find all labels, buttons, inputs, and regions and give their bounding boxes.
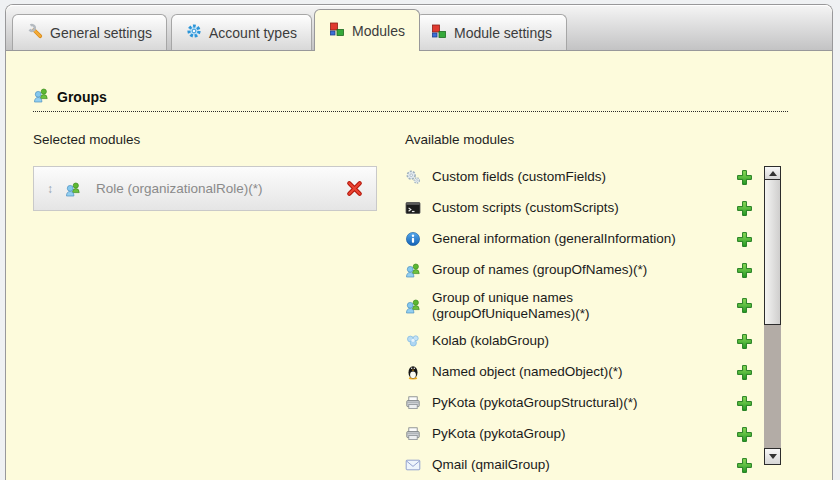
group-icon	[405, 298, 421, 314]
add-module-button[interactable]	[736, 200, 753, 217]
terminal-icon	[405, 200, 421, 216]
module-label: Custom fields (customFields)	[432, 169, 606, 185]
scrollbar-up-button[interactable]	[764, 166, 781, 180]
arrow-up-icon	[769, 171, 777, 176]
plus-icon	[736, 333, 753, 350]
module-row: Group of unique names (groupOfUniqueName…	[405, 290, 753, 321]
tab-label: General settings	[50, 25, 152, 41]
plus-icon	[736, 262, 753, 279]
add-module-button[interactable]	[736, 297, 753, 314]
add-module-button[interactable]	[736, 395, 753, 412]
module-row: Group of names (groupOfNames)(*)	[405, 259, 753, 281]
settings-panel: General settings Account types Modules	[5, 4, 833, 480]
tab-content: Groups Selected modules ↕ Role	[6, 87, 832, 476]
module-row: Custom scripts (customScripts)	[405, 197, 753, 219]
module-label: PyKota (pykotaGroup)	[432, 426, 566, 442]
add-module-button[interactable]	[736, 231, 753, 248]
modules-icon	[329, 21, 345, 40]
tab-label: Module settings	[454, 25, 552, 41]
selected-modules-header: Selected modules	[33, 132, 377, 147]
available-modules-list: Custom fields (customFields)	[405, 166, 753, 476]
tab-label: Modules	[352, 23, 405, 39]
tab-label: Account types	[209, 25, 297, 41]
module-label: Group of names (groupOfNames)(*)	[432, 262, 647, 278]
gear-icon	[186, 23, 202, 42]
available-modules-header: Available modules	[405, 132, 781, 147]
tab-account-types[interactable]: Account types	[171, 14, 312, 50]
add-module-button[interactable]	[736, 262, 753, 279]
plus-icon	[736, 169, 753, 186]
wrench-icon	[27, 23, 43, 42]
tab-bar: General settings Account types Modules	[6, 5, 832, 51]
plus-icon	[736, 364, 753, 381]
module-label: Named object (namedObject)(*)	[432, 364, 623, 380]
add-module-button[interactable]	[736, 426, 753, 443]
module-row: Kolab (kolabGroup)	[405, 330, 753, 352]
delete-icon	[346, 180, 363, 197]
module-label: Kolab (kolabGroup)	[432, 333, 549, 349]
remove-module-button[interactable]	[346, 180, 363, 197]
plus-icon	[736, 200, 753, 217]
module-label: Group of unique names (groupOfUniqueName…	[432, 290, 607, 321]
printer-icon	[405, 395, 421, 411]
plus-icon	[736, 395, 753, 412]
module-row: General information (generalInformation)	[405, 228, 753, 250]
scrollbar-thumb[interactable]	[764, 180, 781, 325]
kolab-icon	[405, 333, 421, 349]
modules-icon	[431, 23, 447, 42]
add-module-button[interactable]	[736, 333, 753, 350]
info-icon	[405, 231, 421, 247]
module-row: PyKota (pykotaGroupStructural)(*)	[405, 392, 753, 414]
module-row: Custom fields (customFields)	[405, 166, 753, 188]
module-row: PyKota (pykotaGroup)	[405, 423, 753, 445]
tab-modules[interactable]: Modules	[314, 9, 420, 51]
plus-icon	[736, 297, 753, 314]
selected-module-label: Role (organizationalRole)(*)	[96, 181, 263, 196]
module-label: PyKota (pykotaGroupStructural)(*)	[432, 395, 638, 411]
tab-general-settings[interactable]: General settings	[12, 14, 167, 50]
groups-section-header: Groups	[33, 87, 788, 112]
group-icon	[405, 262, 421, 278]
plus-icon	[736, 231, 753, 248]
module-label: Qmail (qmailGroup)	[432, 457, 550, 473]
mail-icon	[405, 457, 421, 473]
add-module-button[interactable]	[736, 169, 753, 186]
selected-module-row[interactable]: ↕ Role (organizationalRole)(*)	[33, 166, 377, 211]
printer-icon	[405, 426, 421, 442]
drag-handle-icon[interactable]: ↕	[47, 183, 53, 195]
plus-icon	[736, 426, 753, 443]
penguin-icon	[405, 364, 421, 380]
groups-section-title: Groups	[57, 89, 107, 105]
group-icon	[65, 181, 81, 197]
scrollbar[interactable]	[764, 166, 781, 465]
module-row: Qmail (qmailGroup)	[405, 454, 753, 476]
add-module-button[interactable]	[736, 457, 753, 474]
add-module-button[interactable]	[736, 364, 753, 381]
tab-module-settings[interactable]: Module settings	[416, 14, 567, 50]
group-icon	[33, 87, 49, 106]
gears-icon	[405, 169, 421, 185]
module-row: Named object (namedObject)(*)	[405, 361, 753, 383]
module-label: General information (generalInformation)	[432, 231, 676, 247]
scrollbar-down-button[interactable]	[764, 448, 781, 465]
module-label: Custom scripts (customScripts)	[432, 200, 619, 216]
plus-icon	[736, 457, 753, 474]
arrow-down-icon	[769, 454, 777, 459]
scrollbar-track[interactable]	[764, 325, 781, 448]
